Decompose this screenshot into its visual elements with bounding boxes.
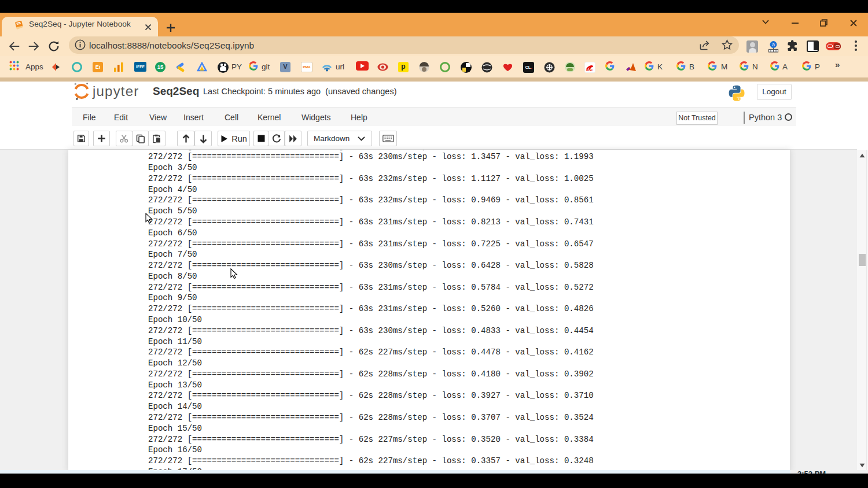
svg-text:a: a xyxy=(772,42,775,47)
